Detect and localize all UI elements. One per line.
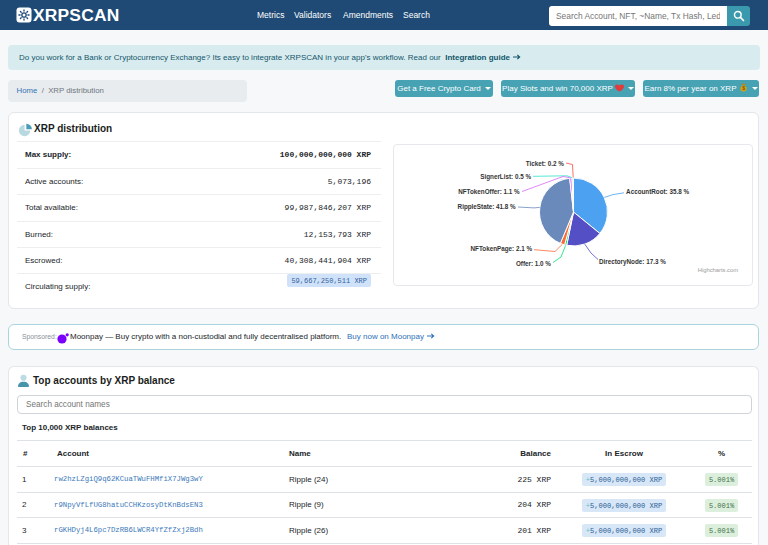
svg-text:AccountRoot: 35.8 %: AccountRoot: 35.8 % [626,188,689,195]
svg-text:$: $ [742,86,745,91]
svg-text:DirectoryNode: 17.3 %: DirectoryNode: 17.3 % [599,258,666,266]
svg-text:RippleState: 41.8 %: RippleState: 41.8 % [458,203,516,211]
svg-text:SignerList: 0.5 %: SignerList: 0.5 % [480,173,531,181]
svg-text:Offer: 1.0 %: Offer: 1.0 % [516,260,551,267]
svg-text:Ticket: 0.2 %: Ticket: 0.2 % [526,160,564,167]
svg-text:Highcharts.com: Highcharts.com [698,267,738,273]
svg-text:NFTokenPage: 2.1 %: NFTokenPage: 2.1 % [471,245,533,253]
svg-text:NFTokenOffer: 1.1 %: NFTokenOffer: 1.1 % [458,188,520,195]
